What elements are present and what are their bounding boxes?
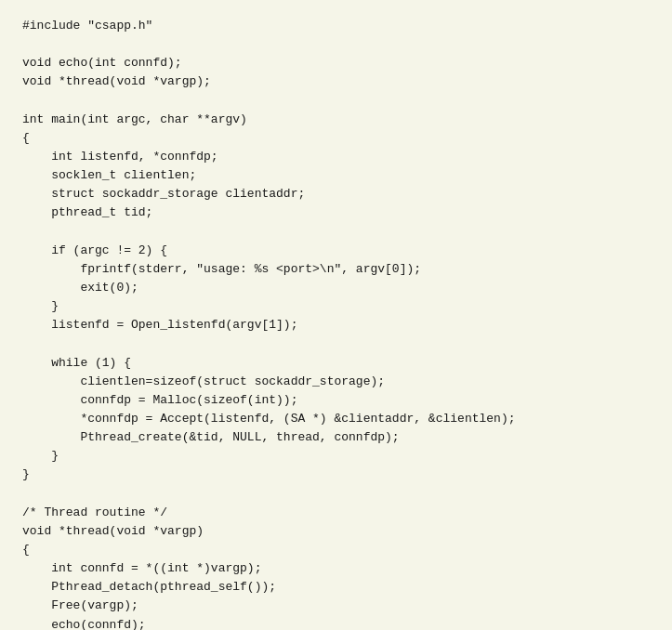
code-display: #include "csapp.h" void echo(int connfd)… (22, 17, 650, 630)
code-line: listenfd = Open_listenfd(argv[1]); (22, 316, 650, 335)
code-line: void *thread(void *vargp); (22, 72, 650, 91)
code-line: pthread_t tid; (22, 203, 650, 222)
code-line: struct sockaddr_storage clientaddr; (22, 185, 650, 203)
code-line: /* Thread routine */ (22, 504, 650, 522)
code-line: int connfd = *((int *)vargp); (22, 559, 650, 578)
code-line: int main(int argc, char **argv) (22, 111, 650, 129)
code-line (22, 92, 650, 111)
code-line (22, 335, 650, 353)
code-line: *connfdp = Accept(listenfd, (SA *) &clie… (22, 410, 650, 428)
code-line: Pthread_detach(pthread_self()); (22, 578, 650, 597)
code-line: socklen_t clientlen; (22, 166, 650, 185)
code-line: } (22, 297, 650, 316)
code-line: exit(0); (22, 279, 650, 297)
code-line (22, 35, 650, 54)
code-line: Pthread_create(&tid, NULL, thread, connf… (22, 428, 650, 447)
code-line: if (argc != 2) { (22, 242, 650, 260)
code-line: Free(vargp); (22, 597, 650, 615)
code-line: } (22, 447, 650, 466)
code-line: #include "csapp.h" (22, 17, 650, 35)
code-line: connfdp = Malloc(sizeof(int)); (22, 391, 650, 410)
code-line: { (22, 541, 650, 559)
code-line: { (22, 129, 650, 148)
code-line: echo(connfd); (22, 616, 650, 631)
code-line: void echo(int connfd); (22, 54, 650, 72)
code-line: fprintf(stderr, "usage: %s <port>\n", ar… (22, 260, 650, 279)
code-line: while (1) { (22, 354, 650, 373)
code-line: int listenfd, *connfdp; (22, 148, 650, 166)
code-line: } (22, 466, 650, 484)
code-line (22, 485, 650, 504)
code-line: clientlen=sizeof(struct sockaddr_storage… (22, 373, 650, 391)
code-line (22, 223, 650, 242)
code-line: void *thread(void *vargp) (22, 522, 650, 541)
